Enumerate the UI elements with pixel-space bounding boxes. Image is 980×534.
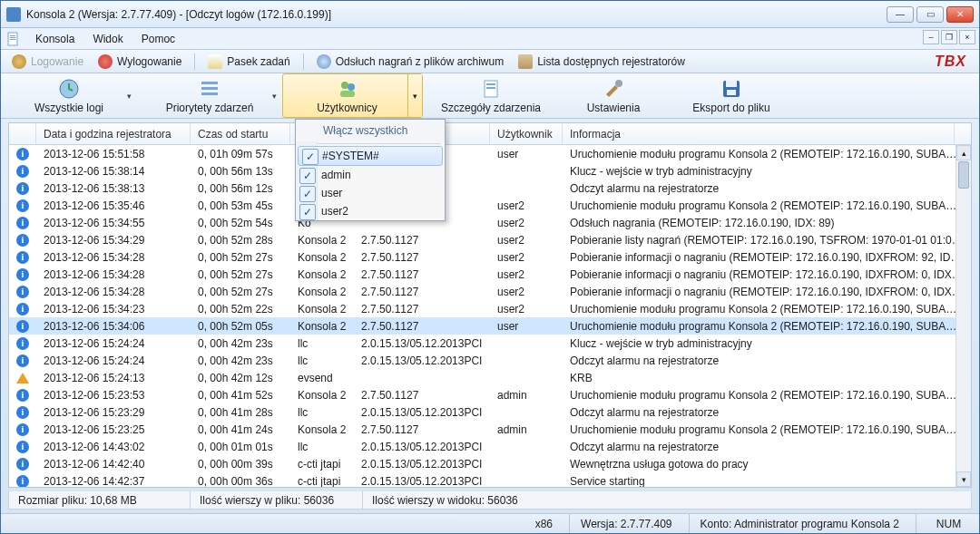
info-icon: i [9, 251, 36, 264]
table-row[interactable]: 2013-12-06 15:24:130, 00h 42m 12sevsendK… [9, 369, 971, 386]
users-button[interactable]: Użytkownicy ▾ [282, 73, 423, 118]
cell-date: 2013-12-06 15:34:29 [36, 234, 191, 247]
cell-date: 2013-12-06 15:38:13 [36, 182, 191, 195]
col-header-time[interactable]: Czas od startu [191, 123, 290, 144]
cell-info: Pobieranie informacji o nagraniu (REMOTE… [563, 251, 971, 264]
warning-icon [9, 373, 36, 384]
table-row[interactable]: i2013-12-06 14:42:370, 00h 00m 36sc-cti … [9, 472, 971, 487]
dropdown-item[interactable]: ✓user2 [296, 202, 445, 220]
col-header-info[interactable]: Informacja [563, 123, 955, 144]
info-icon: i [9, 199, 36, 212]
col-header-user[interactable]: Użytkownik [490, 123, 563, 144]
table-row[interactable]: i2013-12-06 15:38:130, 00h 56m 12sKoOdcz… [9, 180, 971, 197]
logout-button[interactable]: Wylogowanie [93, 53, 187, 71]
dropdown-arrow-icon[interactable]: ▾ [127, 92, 132, 101]
vertical-scrollbar[interactable]: ▴ ▾ [956, 145, 971, 487]
mdi-restore-button[interactable]: ❐ [941, 30, 957, 44]
taskbar-button[interactable]: Pasek zadań [202, 53, 295, 71]
col-header-icon[interactable] [9, 123, 36, 144]
details-button[interactable]: Szczegóły zdarzenia [423, 73, 559, 118]
table-row[interactable]: i2013-12-06 15:34:280, 00h 52m 27sKonsol… [9, 248, 971, 266]
cell-ver: 2.7.50.1127 [354, 251, 490, 264]
cell-czas: 0, 00h 52m 27s [191, 268, 290, 281]
table-row[interactable]: i2013-12-06 15:34:290, 00h 52m 28sKonsol… [9, 231, 971, 248]
menu-konsola[interactable]: Konsola [26, 30, 83, 48]
cell-date: 2013-12-06 15:23:25 [36, 423, 191, 436]
scroll-down-arrow[interactable]: ▾ [956, 471, 971, 487]
cell-user: user2 [490, 303, 563, 316]
table-row[interactable]: i2013-12-06 15:38:140, 00h 56m 13sKoKluc… [9, 162, 971, 180]
info-icon: i [9, 234, 36, 247]
logout-label: Wylogowanie [117, 55, 181, 68]
cell-info: Wewnętrzna usługa gotowa do pracy [563, 458, 971, 471]
table-row[interactable]: i2013-12-06 15:23:290, 00h 41m 28sllc2.0… [9, 403, 971, 421]
dropdown-item[interactable]: ✓user [296, 184, 445, 202]
table-row[interactable]: i2013-12-06 15:24:240, 00h 42m 23sllc2.0… [9, 352, 971, 369]
table-row[interactable]: i2013-12-06 15:34:230, 00h 52m 22sKonsol… [9, 300, 971, 317]
table-row[interactable]: i2013-12-06 15:34:060, 00h 52m 05sKonsol… [9, 317, 971, 335]
numlock-label: NUM [916, 514, 970, 533]
info-icon: i [9, 148, 36, 160]
cell-ver: 2.0.15.13/05.12.2013PCI [354, 406, 490, 419]
table-row[interactable]: i2013-12-06 15:23:250, 00h 41m 24sKonsol… [9, 421, 971, 438]
cell-date: 2013-12-06 15:34:28 [36, 268, 191, 281]
settings-button[interactable]: Ustawienia [559, 73, 668, 118]
login-button[interactable]: Logowanie [6, 53, 89, 71]
svg-rect-3 [10, 39, 15, 40]
mdi-minimize-button[interactable]: – [923, 30, 939, 44]
dropdown-header[interactable]: Włącz wszystkich [296, 120, 445, 141]
cell-info: KRB [563, 372, 971, 384]
table-row[interactable]: i2013-12-06 15:34:280, 00h 52m 27sKonsol… [9, 283, 971, 300]
close-button[interactable]: ✕ [946, 6, 974, 23]
cell-user: user2 [490, 251, 563, 264]
check-icon: ✓ [299, 186, 316, 202]
table-row[interactable]: i2013-12-06 15:24:240, 00h 42m 23sllc2.0… [9, 335, 971, 352]
cell-date: 2013-12-06 15:35:46 [36, 199, 191, 212]
minimize-button[interactable]: — [887, 6, 914, 23]
svg-rect-1 [10, 35, 15, 36]
cell-czas: 0, 00h 42m 12s [191, 372, 290, 384]
scroll-up-arrow[interactable]: ▴ [956, 145, 971, 160]
table-row[interactable]: i2013-12-06 15:51:580, 01h 09m 57sKouser… [9, 145, 971, 162]
cell-info: Odsłuch nagrania (REMOTEIP: 172.16.0.190… [563, 217, 971, 229]
menu-widok[interactable]: Widok [83, 30, 132, 48]
check-icon: ✓ [302, 149, 318, 165]
table-row[interactable]: i2013-12-06 14:43:020, 00h 01m 01sllc2.0… [9, 438, 971, 455]
cell-ver: 2.7.50.1127 [354, 423, 490, 436]
cell-user: user2 [490, 268, 563, 281]
mdi-close-button[interactable]: × [959, 30, 975, 44]
dropdown-item[interactable]: ✓admin [296, 166, 445, 184]
grid-header-row: Data i godzina rejestratora Czas od star… [9, 123, 971, 145]
playback-button[interactable]: Odsłuch nagrań z plików archiwum [311, 53, 509, 71]
cell-src: evsend [290, 372, 354, 384]
table-row[interactable]: i2013-12-06 15:34:550, 00h 52m 54sKouser… [9, 214, 971, 231]
cell-czas: 0, 00h 52m 27s [191, 251, 290, 264]
table-row[interactable]: i2013-12-06 15:23:530, 00h 41m 52sKonsol… [9, 386, 971, 403]
table-row[interactable]: i2013-12-06 15:35:460, 00h 53m 45sKouser… [9, 197, 971, 214]
table-row[interactable]: i2013-12-06 15:34:280, 00h 52m 27sKonsol… [9, 266, 971, 283]
users-dropdown-menu: Włącz wszystkich ✓#SYSTEM#✓admin✓user✓us… [295, 119, 446, 221]
users-dropdown-arrow[interactable]: ▾ [407, 74, 422, 117]
menu-pomoc[interactable]: Pomoc [132, 30, 184, 48]
priorities-button[interactable]: Priorytety zdarzeń ▾ [137, 73, 282, 118]
table-row[interactable]: i2013-12-06 14:42:400, 00h 00m 39sc-cti … [9, 455, 971, 472]
scroll-thumb[interactable] [958, 161, 969, 189]
export-button[interactable]: Eksport do pliku [668, 73, 795, 118]
dropdown-arrow-icon[interactable]: ▾ [272, 92, 277, 101]
mdi-controls: – ❐ × [923, 30, 975, 44]
grid-body[interactable]: i2013-12-06 15:51:580, 01h 09m 57sKouser… [9, 145, 971, 487]
priorities-label: Priorytety zdarzeń [166, 102, 254, 114]
cell-czas: 0, 00h 00m 39s [191, 458, 290, 471]
cell-czas: 0, 00h 41m 24s [191, 423, 290, 436]
recorders-list-button[interactable]: Lista dostępnych rejestratorów [513, 53, 691, 71]
separator [303, 53, 304, 70]
col-header-date[interactable]: Data i godzina rejestratora [36, 123, 191, 144]
cell-date: 2013-12-06 15:24:24 [36, 337, 191, 350]
maximize-button[interactable]: ▭ [916, 6, 944, 23]
dropdown-item[interactable]: ✓#SYSTEM# [298, 146, 443, 166]
cell-date: 2013-12-06 15:34:55 [36, 217, 191, 229]
info-icon: i [9, 286, 36, 298]
info-icon: i [9, 389, 36, 402]
file-size-label: Rozmiar pliku: 10,68 MB [9, 491, 191, 509]
all-logs-button[interactable]: Wszystkie logi ▾ [1, 73, 137, 118]
